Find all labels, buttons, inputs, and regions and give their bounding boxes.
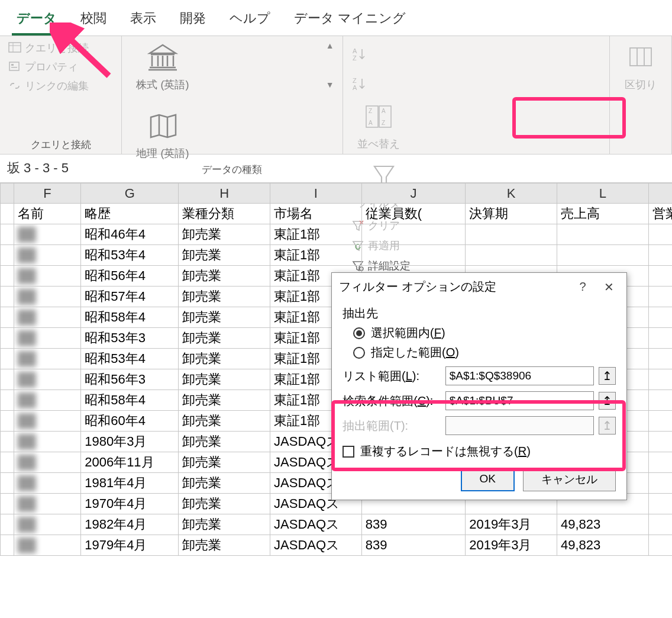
cell[interactable] xyxy=(466,224,557,245)
cell[interactable]: ██ xyxy=(14,328,81,349)
cell[interactable]: 業種分類 xyxy=(179,204,270,224)
cell[interactable]: 略歴 xyxy=(81,204,179,224)
cell[interactable]: 49,823 xyxy=(557,535,648,556)
cell[interactable]: 昭和57年4 xyxy=(81,287,179,307)
cell[interactable]: 卸売業 xyxy=(179,287,270,307)
cell[interactable]: 名前 xyxy=(14,204,81,224)
range-select-button[interactable]: ↥ xyxy=(599,392,616,410)
cell[interactable]: 東証1部 xyxy=(270,224,362,245)
cell[interactable]: 卸売業 xyxy=(179,328,270,349)
cell[interactable]: ██ xyxy=(14,224,81,245)
tab-help[interactable]: ヘルプ xyxy=(225,5,275,36)
cell[interactable]: 売上高 xyxy=(557,204,648,224)
tab-developer[interactable]: 開発 xyxy=(175,5,211,36)
cell[interactable] xyxy=(1,535,14,556)
cell[interactable] xyxy=(1,432,14,452)
radio-inplace[interactable]: 選択範囲内(F) xyxy=(353,325,616,341)
column-header[interactable]: M xyxy=(648,184,672,204)
cell[interactable]: 卸売業 xyxy=(179,473,270,494)
cell[interactable]: ██ xyxy=(14,535,81,556)
column-header[interactable]: I xyxy=(270,184,362,204)
cell[interactable]: 1981年4月 xyxy=(81,473,179,494)
cell[interactable] xyxy=(1,390,14,411)
cell[interactable]: 8 xyxy=(648,287,672,307)
cell[interactable]: 1,4 xyxy=(648,494,672,514)
column-header[interactable]: L xyxy=(557,184,648,204)
cell[interactable]: ██ xyxy=(14,390,81,411)
cell[interactable]: 卸売業 xyxy=(179,349,270,369)
cell[interactable]: 1,4 xyxy=(648,452,672,473)
cell[interactable] xyxy=(1,245,14,266)
cell[interactable]: 8 xyxy=(648,328,672,349)
cell[interactable] xyxy=(1,224,14,245)
cell[interactable]: 卸売業 xyxy=(179,452,270,473)
column-header[interactable]: H xyxy=(179,184,270,204)
cell[interactable]: 昭和56年3 xyxy=(81,369,179,390)
cell[interactable] xyxy=(1,349,14,369)
cell[interactable]: 昭和58年4 xyxy=(81,307,179,328)
column-header[interactable]: F xyxy=(14,184,81,204)
cell[interactable] xyxy=(1,452,14,473)
cell[interactable]: 昭和53年4 xyxy=(81,349,179,369)
cell[interactable]: 8 xyxy=(648,411,672,432)
range-select-button[interactable]: ↥ xyxy=(599,367,616,385)
cell[interactable] xyxy=(466,245,557,266)
cell[interactable]: 8 xyxy=(648,266,672,287)
cell[interactable]: 昭和56年4 xyxy=(81,266,179,287)
cell[interactable]: ██ xyxy=(14,411,81,432)
close-button[interactable]: ✕ xyxy=(598,280,619,294)
unique-records-checkbox[interactable]: 重複するレコードは無視する(R) xyxy=(343,443,616,459)
radio-copyto[interactable]: 指定した範囲(O) xyxy=(353,345,616,360)
cell[interactable] xyxy=(1,494,14,514)
cell[interactable] xyxy=(1,369,14,390)
cell[interactable]: ██ xyxy=(14,287,81,307)
cell[interactable]: 卸売業 xyxy=(179,494,270,514)
cell[interactable] xyxy=(1,411,14,432)
cell[interactable]: 8 xyxy=(648,390,672,411)
column-header[interactable]: J xyxy=(361,184,465,204)
cell[interactable]: 1,4 xyxy=(648,432,672,452)
cell[interactable]: 839 xyxy=(361,514,465,535)
geography-button[interactable]: 地理 (英語) xyxy=(130,110,195,160)
dialog-titlebar[interactable]: フィルター オプションの設定 ? ✕ xyxy=(332,273,626,301)
cell[interactable]: 市場名 xyxy=(270,204,362,224)
cell[interactable]: 8 xyxy=(648,307,672,328)
cell[interactable]: 1980年3月 xyxy=(81,432,179,452)
cell[interactable]: 昭和53年4 xyxy=(81,245,179,266)
cell[interactable] xyxy=(1,473,14,494)
tab-datamining[interactable]: データ マイニング xyxy=(289,5,411,36)
column-header[interactable]: G xyxy=(81,184,179,204)
column-header[interactable] xyxy=(1,184,14,204)
cell[interactable]: 昭和53年3 xyxy=(81,328,179,349)
cell[interactable]: 卸売業 xyxy=(179,432,270,452)
cell[interactable]: ██ xyxy=(14,514,81,535)
cell[interactable] xyxy=(557,245,648,266)
list-range-input[interactable] xyxy=(445,366,594,385)
column-header[interactable]: K xyxy=(466,184,557,204)
cell[interactable] xyxy=(1,328,14,349)
cell[interactable]: 2019年3月 xyxy=(466,535,557,556)
tab-view[interactable]: 表示 xyxy=(125,5,161,36)
cell[interactable]: 昭和60年4 xyxy=(81,411,179,432)
cell[interactable]: 2019年3月 xyxy=(466,514,557,535)
cell[interactable] xyxy=(1,266,14,287)
cell[interactable]: 1,4 xyxy=(648,514,672,535)
cell[interactable]: 卸売業 xyxy=(179,535,270,556)
cell[interactable]: ██ xyxy=(14,266,81,287)
cell[interactable]: 8 xyxy=(648,245,672,266)
sort-az-icon[interactable]: AZ xyxy=(351,47,368,62)
text-to-columns-button[interactable]: 区切り xyxy=(618,41,663,92)
cell[interactable] xyxy=(1,307,14,328)
cell[interactable]: 昭和46年4 xyxy=(81,224,179,245)
cell[interactable]: 1979年4月 xyxy=(81,535,179,556)
cell[interactable]: ██ xyxy=(14,369,81,390)
cell[interactable]: 1,4 xyxy=(648,473,672,494)
cell[interactable]: 1970年4月 xyxy=(81,494,179,514)
cell[interactable]: ██ xyxy=(14,494,81,514)
cell[interactable]: 卸売業 xyxy=(179,369,270,390)
chevron-up-icon[interactable]: ▲ xyxy=(326,41,334,50)
cell[interactable]: 東証1部 xyxy=(270,245,362,266)
cell[interactable]: 卸売業 xyxy=(179,411,270,432)
cell[interactable] xyxy=(1,514,14,535)
sort-za-icon[interactable]: ZA xyxy=(351,76,368,92)
